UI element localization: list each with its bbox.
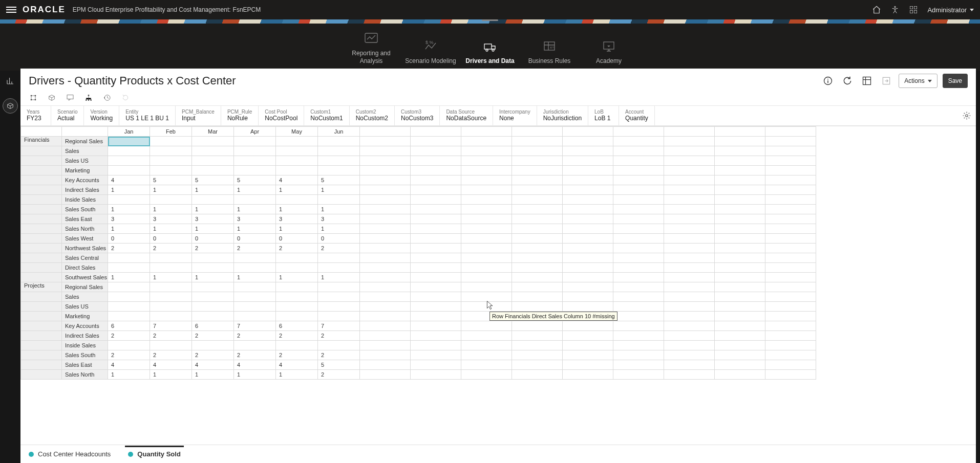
data-cell[interactable] bbox=[108, 137, 150, 146]
data-cell[interactable]: 2 bbox=[318, 331, 360, 341]
data-cell[interactable] bbox=[360, 175, 411, 185]
data-cell[interactable] bbox=[512, 234, 563, 244]
row-group[interactable] bbox=[21, 302, 62, 312]
data-cell[interactable] bbox=[360, 214, 411, 224]
data-cell[interactable] bbox=[192, 302, 234, 312]
data-cell[interactable] bbox=[276, 312, 318, 321]
hamburger-menu-icon[interactable] bbox=[6, 7, 16, 13]
data-cell[interactable] bbox=[108, 146, 150, 156]
data-cell[interactable] bbox=[512, 214, 563, 224]
data-cell[interactable] bbox=[715, 224, 765, 234]
data-cell[interactable] bbox=[715, 292, 765, 302]
rail-chart-icon[interactable] bbox=[4, 75, 16, 87]
actions-button[interactable]: Actions bbox=[899, 74, 937, 88]
data-cell[interactable]: 1 bbox=[234, 370, 276, 380]
data-cell[interactable] bbox=[234, 292, 276, 302]
data-cell[interactable] bbox=[664, 175, 715, 185]
pov-cell-cost-pool[interactable]: Cost PoolNoCostPool bbox=[259, 106, 304, 125]
row-group[interactable] bbox=[21, 166, 62, 175]
data-cell[interactable] bbox=[563, 360, 613, 370]
data-cell[interactable] bbox=[563, 282, 613, 292]
data-cell[interactable]: 2 bbox=[276, 350, 318, 360]
data-cell[interactable] bbox=[461, 302, 512, 312]
data-cell[interactable] bbox=[765, 234, 816, 244]
data-cell[interactable] bbox=[664, 224, 715, 234]
row-group[interactable] bbox=[21, 292, 62, 302]
data-cell[interactable] bbox=[276, 341, 318, 350]
row-member[interactable]: Marketing bbox=[62, 312, 108, 321]
data-cell[interactable] bbox=[613, 321, 664, 331]
data-cell[interactable] bbox=[411, 263, 461, 273]
data-cell[interactable] bbox=[563, 263, 613, 273]
data-cell[interactable]: 1 bbox=[192, 370, 234, 380]
data-cell[interactable] bbox=[234, 195, 276, 205]
data-cell[interactable] bbox=[461, 205, 512, 214]
data-cell[interactable] bbox=[276, 253, 318, 263]
data-cell[interactable] bbox=[150, 302, 192, 312]
data-cell[interactable] bbox=[715, 350, 765, 360]
data-cell[interactable] bbox=[234, 146, 276, 156]
data-cell[interactable] bbox=[765, 370, 816, 380]
pov-cell-custom1[interactable]: Custom1NoCustom1 bbox=[304, 106, 349, 125]
data-cell[interactable]: 3 bbox=[192, 214, 234, 224]
data-cell[interactable]: 2 bbox=[108, 244, 150, 253]
data-cell[interactable]: 5 bbox=[192, 175, 234, 185]
data-cell[interactable] bbox=[664, 146, 715, 156]
column-header-empty[interactable] bbox=[664, 127, 715, 137]
row-group[interactable] bbox=[21, 224, 62, 234]
row-group[interactable] bbox=[21, 370, 62, 380]
data-cell[interactable] bbox=[360, 282, 411, 292]
data-cell[interactable]: 0 bbox=[150, 234, 192, 244]
row-group[interactable] bbox=[21, 273, 62, 282]
format-icon[interactable] bbox=[860, 74, 874, 88]
data-cell[interactable]: 1 bbox=[234, 185, 276, 195]
data-cell[interactable] bbox=[512, 205, 563, 214]
data-cell[interactable] bbox=[318, 137, 360, 146]
data-cell[interactable]: 5 bbox=[318, 360, 360, 370]
data-cell[interactable]: 3 bbox=[318, 214, 360, 224]
data-cell[interactable] bbox=[512, 185, 563, 195]
data-cell[interactable] bbox=[765, 214, 816, 224]
data-cell[interactable] bbox=[411, 302, 461, 312]
data-cell[interactable] bbox=[765, 244, 816, 253]
data-cell[interactable] bbox=[150, 156, 192, 166]
data-cell[interactable]: 2 bbox=[108, 331, 150, 341]
data-cell[interactable] bbox=[461, 370, 512, 380]
data-cell[interactable] bbox=[461, 224, 512, 234]
data-cell[interactable] bbox=[765, 137, 816, 146]
data-cell[interactable] bbox=[360, 350, 411, 360]
data-cell[interactable] bbox=[563, 185, 613, 195]
data-cell[interactable] bbox=[715, 341, 765, 350]
data-cell[interactable]: 0 bbox=[192, 234, 234, 244]
data-cell[interactable] bbox=[360, 234, 411, 244]
column-header-empty[interactable] bbox=[715, 127, 765, 137]
history-icon[interactable] bbox=[102, 93, 112, 102]
data-cell[interactable] bbox=[664, 253, 715, 263]
data-cell[interactable] bbox=[613, 350, 664, 360]
data-cell[interactable] bbox=[360, 370, 411, 380]
data-cell[interactable] bbox=[765, 146, 816, 156]
data-cell[interactable] bbox=[715, 312, 765, 321]
column-header-empty[interactable] bbox=[461, 127, 512, 137]
data-cell[interactable] bbox=[512, 156, 563, 166]
data-cell[interactable]: 1 bbox=[150, 205, 192, 214]
data-cell[interactable] bbox=[512, 331, 563, 341]
data-cell[interactable] bbox=[108, 341, 150, 350]
data-cell[interactable] bbox=[461, 292, 512, 302]
data-cell[interactable] bbox=[563, 312, 613, 321]
pov-cell-custom3[interactable]: Custom3NoCustom3 bbox=[395, 106, 440, 125]
data-cell[interactable]: 1 bbox=[108, 370, 150, 380]
data-cell[interactable] bbox=[715, 273, 765, 282]
data-cell[interactable] bbox=[150, 137, 192, 146]
data-cell[interactable] bbox=[715, 214, 765, 224]
data-cell[interactable]: 1 bbox=[318, 224, 360, 234]
row-member[interactable]: Northwest Sales bbox=[62, 244, 108, 253]
data-cell[interactable] bbox=[563, 292, 613, 302]
data-cell[interactable] bbox=[411, 146, 461, 156]
data-cell[interactable]: 0 bbox=[318, 234, 360, 244]
data-cell[interactable] bbox=[664, 263, 715, 273]
data-cell[interactable] bbox=[234, 137, 276, 146]
data-cell[interactable] bbox=[411, 166, 461, 175]
nav-item-reporting[interactable]: Reporting and Analysis bbox=[342, 30, 401, 65]
data-cell[interactable] bbox=[276, 156, 318, 166]
